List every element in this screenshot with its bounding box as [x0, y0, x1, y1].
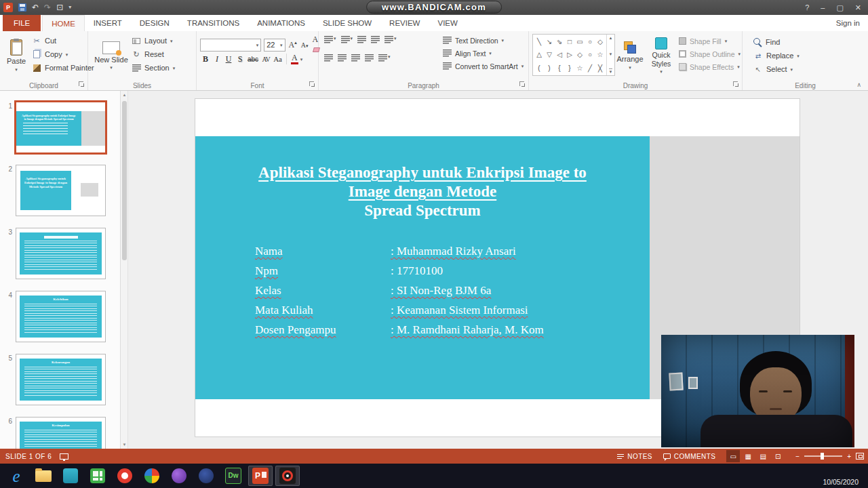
zoom-out-button[interactable]: − — [795, 453, 800, 460]
customize-quick-access-icon[interactable]: ▾ — [68, 5, 71, 10]
align-left-button[interactable] — [324, 54, 333, 62]
taskbar-icon-app-navy[interactable] — [194, 466, 218, 486]
underline-button[interactable]: U — [223, 53, 234, 65]
start-slideshow-icon[interactable]: ⊡ — [56, 3, 63, 12]
shape-button[interactable]: □ — [566, 37, 574, 46]
tab-insert[interactable]: INSERT — [85, 15, 131, 31]
taskbar-icon-app-purple[interactable] — [167, 466, 191, 486]
tab-design[interactable]: DESIGN — [131, 15, 178, 31]
scroll-up-icon[interactable]: ▲ — [609, 36, 613, 40]
help-button[interactable]: ? — [805, 4, 809, 12]
shape-button[interactable]: ( — [535, 64, 543, 73]
normal-view-button[interactable]: ▭ — [726, 450, 740, 462]
text-shadow-button[interactable]: S — [235, 53, 245, 65]
zoom-in-button[interactable]: + — [847, 453, 851, 460]
align-text-button[interactable]: Align Text▾ — [442, 47, 524, 60]
slide-info-table[interactable]: Nama: Muhammad Rizky AnsariNpm: 17710100… — [255, 241, 544, 340]
convert-to-smartart-button[interactable]: Convert to SmartArt▾ — [442, 60, 524, 73]
zoom-slider[interactable] — [804, 455, 842, 457]
shape-outline-button[interactable]: Shape Outline▾ — [679, 47, 741, 60]
shape-button[interactable]: } — [566, 64, 574, 73]
numbering-button[interactable]: ▾ — [341, 36, 353, 43]
slide-title[interactable]: Aplikasi Steganography untuk Enkripsi Im… — [195, 163, 650, 220]
shape-button[interactable]: ⇘ — [555, 37, 564, 46]
shape-button[interactable]: ◇ — [576, 50, 584, 59]
line-spacing-button[interactable]: ▾ — [384, 36, 397, 43]
taskbar-icon-bandicam[interactable] — [275, 466, 300, 486]
redo-icon[interactable]: ↷ — [44, 3, 51, 12]
copy-button[interactable]: Copy▾ — [32, 47, 94, 61]
tab-transitions[interactable]: TRANSITIONS — [178, 15, 248, 31]
tab-view[interactable]: VIEW — [429, 15, 466, 31]
zoom-slider-thumb[interactable] — [821, 453, 824, 460]
tab-animations[interactable]: ANIMATIONS — [248, 15, 314, 31]
format-painter-button[interactable]: Format Painter — [32, 61, 94, 75]
section-button[interactable]: Section▾ — [132, 61, 175, 75]
shape-button[interactable]: { — [555, 64, 564, 73]
slide-thumbnail-4[interactable]: 4Kelebihan — [0, 291, 120, 342]
strikethrough-button[interactable]: abc — [246, 53, 260, 65]
slide-thumbnail-3[interactable]: 3 — [0, 228, 120, 279]
fit-slide-to-window-button[interactable] — [856, 453, 864, 460]
taskbar-icon-dreamweaver[interactable]: Dw — [221, 466, 245, 486]
maximize-button[interactable]: ▢ — [836, 4, 843, 12]
columns-button[interactable]: ▾ — [378, 54, 391, 62]
increase-indent-button[interactable] — [371, 36, 380, 43]
font-size-combobox[interactable]: 22▾ — [264, 39, 285, 52]
layout-button[interactable]: Layout▾ — [132, 34, 175, 47]
bold-button[interactable]: B — [200, 53, 211, 65]
clipboard-dialog-launcher[interactable] — [79, 81, 85, 87]
shape-button[interactable]: ◇ — [596, 37, 604, 46]
taskbar-icon-photos[interactable] — [140, 466, 164, 486]
app-logo-icon[interactable]: P — [3, 3, 13, 12]
scroll-down-icon[interactable]: ▼ — [609, 52, 613, 56]
decrease-font-size-button[interactable]: A — [300, 41, 309, 49]
taskbar-icon-app-red[interactable] — [113, 466, 137, 486]
shape-effects-button[interactable]: Shape Effects▾ — [679, 60, 741, 73]
taskbar-icon-app-green[interactable] — [85, 466, 110, 486]
slide-sorter-view-button[interactable]: ▦ — [741, 450, 755, 462]
shape-button[interactable]: ) — [545, 64, 553, 73]
shape-button[interactable]: ↘ — [545, 37, 553, 46]
increase-font-size-button[interactable]: A — [288, 40, 298, 50]
center-button[interactable] — [338, 54, 347, 62]
shape-button[interactable]: △ — [535, 50, 543, 59]
arrange-button[interactable]: Arrange ▾ — [616, 33, 644, 79]
sign-in-button[interactable]: Sign in — [836, 15, 860, 31]
reset-button[interactable]: ↻Reset — [132, 47, 175, 61]
shape-button[interactable]: ▽ — [545, 50, 553, 59]
taskbar-icon-powerpoint[interactable]: P — [248, 466, 273, 486]
font-name-combobox[interactable]: ▾ — [200, 39, 261, 52]
slide-thumbnail-6[interactable]: 6Kesimpulan — [0, 417, 120, 449]
text-direction-button[interactable]: Text Direction▾ — [442, 34, 524, 47]
shape-button[interactable]: ╳ — [596, 64, 604, 73]
taskbar-icon-internet-explorer[interactable]: e — [4, 466, 28, 486]
new-slide-button[interactable]: New Slide ▾ — [94, 33, 129, 79]
scrollbar-thumb[interactable] — [122, 101, 127, 260]
gallery-more-icon[interactable]: ▼ — [609, 68, 613, 74]
shape-button[interactable]: ○ — [586, 50, 594, 59]
shape-button[interactable]: ◁ — [555, 50, 564, 59]
slide-thumbnail-2[interactable]: 2Aplikasi Steganography untuk Enkripsi I… — [0, 165, 120, 216]
font-color-button[interactable]: A — [290, 53, 300, 65]
shape-button[interactable]: ╲ — [535, 37, 543, 46]
decrease-indent-button[interactable] — [357, 36, 366, 43]
scroll-down-icon[interactable]: ▼ — [121, 443, 128, 447]
tab-home[interactable]: HOME — [42, 15, 85, 31]
slide-thumbnail-5[interactable]: 5Kekurangan — [0, 354, 120, 405]
quick-styles-button[interactable]: Quick Styles ▾ — [646, 33, 677, 79]
shape-button[interactable]: ☆ — [596, 50, 604, 59]
minimize-button[interactable]: – — [821, 4, 825, 12]
tab-review[interactable]: REVIEW — [380, 15, 429, 31]
shape-button[interactable]: ▷ — [566, 50, 574, 59]
bullets-button[interactable]: ▾ — [324, 36, 336, 43]
font-dialog-launcher[interactable] — [309, 81, 315, 87]
slide-thumbnail-1[interactable]: 1Aplikasi Steganography untuk Enkripsi I… — [0, 102, 120, 153]
collapse-ribbon-button[interactable]: ∧ — [856, 81, 861, 88]
close-button[interactable]: ✕ — [855, 4, 861, 12]
save-icon[interactable] — [18, 3, 26, 12]
notes-button[interactable]: NOTES — [617, 453, 652, 460]
comments-button[interactable]: COMMENTS — [663, 453, 716, 460]
italic-button[interactable]: I — [212, 53, 222, 65]
align-right-button[interactable] — [351, 54, 360, 62]
